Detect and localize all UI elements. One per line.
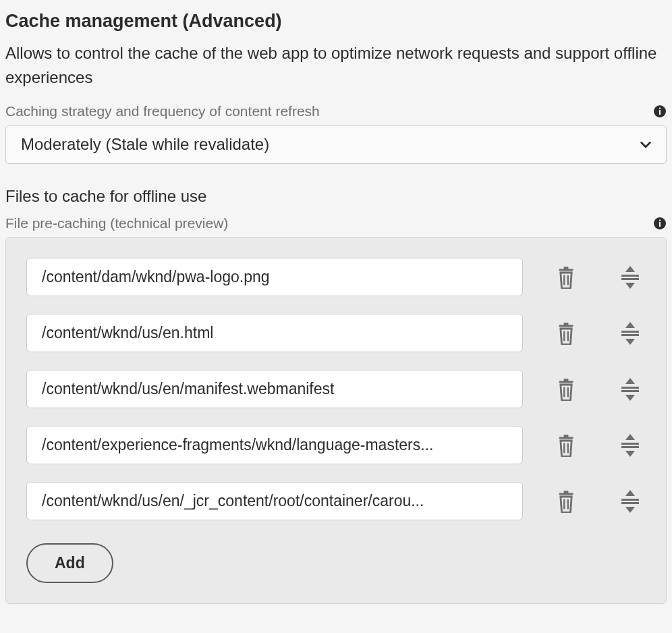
svg-rect-8 — [563, 275, 565, 285]
svg-rect-7 — [564, 267, 569, 269]
svg-marker-10 — [625, 266, 635, 272]
svg-marker-37 — [625, 451, 635, 457]
row-actions — [557, 378, 646, 401]
svg-rect-31 — [564, 435, 569, 437]
files-section-title: Files to cache for offline use — [5, 187, 667, 206]
row-actions — [557, 434, 646, 457]
svg-rect-2 — [659, 108, 661, 109]
svg-rect-44 — [621, 502, 639, 504]
delete-button[interactable] — [557, 378, 576, 401]
reorder-button[interactable] — [620, 322, 640, 345]
delete-button[interactable] — [557, 490, 576, 513]
svg-rect-41 — [567, 499, 569, 509]
svg-rect-35 — [621, 443, 639, 445]
row-actions — [557, 266, 646, 289]
svg-rect-32 — [563, 443, 565, 453]
delete-button[interactable] — [557, 434, 576, 457]
svg-marker-45 — [625, 507, 635, 513]
svg-rect-33 — [567, 443, 569, 453]
strategy-label: Caching strategy and frequency of conten… — [5, 103, 320, 119]
svg-rect-39 — [564, 491, 569, 493]
svg-rect-5 — [659, 220, 661, 221]
strategy-select-wrap: Moderately (Stale while revalidate) — [5, 125, 667, 164]
svg-rect-9 — [567, 275, 569, 285]
path-input[interactable] — [26, 482, 523, 520]
list-item — [26, 258, 646, 296]
svg-rect-27 — [621, 387, 639, 389]
reorder-icon — [620, 378, 640, 401]
precache-list-panel: Add — [5, 237, 667, 604]
delete-button[interactable] — [557, 266, 576, 289]
strategy-label-row: Caching strategy and frequency of conten… — [5, 103, 667, 119]
precache-label: File pre-caching (technical preview) — [5, 215, 228, 231]
reorder-button[interactable] — [620, 490, 640, 513]
svg-rect-36 — [621, 446, 639, 448]
section-title: Cache management (Advanced) — [5, 11, 667, 32]
svg-rect-16 — [563, 331, 565, 341]
svg-rect-40 — [563, 499, 565, 509]
reorder-button[interactable] — [620, 266, 640, 289]
svg-marker-26 — [625, 378, 635, 384]
svg-rect-19 — [621, 331, 639, 333]
precache-label-row: File pre-caching (technical preview) — [5, 215, 667, 231]
svg-rect-12 — [621, 278, 639, 280]
svg-rect-11 — [621, 275, 639, 277]
trash-icon — [557, 378, 576, 401]
trash-icon — [557, 322, 576, 345]
svg-marker-18 — [625, 322, 635, 328]
reorder-icon — [620, 490, 640, 513]
list-item — [26, 482, 646, 520]
row-actions — [557, 322, 646, 345]
reorder-icon — [620, 322, 640, 345]
path-input[interactable] — [26, 314, 523, 352]
reorder-button[interactable] — [620, 434, 640, 457]
delete-button[interactable] — [557, 322, 576, 345]
svg-marker-29 — [625, 395, 635, 401]
svg-marker-21 — [625, 339, 635, 345]
svg-rect-20 — [621, 334, 639, 336]
svg-rect-4 — [659, 222, 661, 227]
svg-rect-24 — [563, 387, 565, 397]
svg-rect-17 — [567, 331, 569, 341]
path-input[interactable] — [26, 426, 523, 464]
trash-icon — [557, 266, 576, 289]
list-item — [26, 370, 646, 408]
row-actions — [557, 490, 646, 513]
svg-rect-1 — [659, 110, 661, 115]
list-item — [26, 426, 646, 464]
svg-marker-42 — [625, 490, 635, 496]
svg-rect-15 — [564, 323, 569, 325]
reorder-button[interactable] — [620, 378, 640, 401]
svg-rect-28 — [621, 390, 639, 392]
svg-marker-34 — [625, 434, 635, 440]
section-description: Allows to control the cache of the web a… — [5, 41, 667, 90]
reorder-icon — [620, 266, 640, 289]
svg-rect-43 — [621, 499, 639, 501]
path-input[interactable] — [26, 258, 523, 296]
path-input[interactable] — [26, 370, 523, 408]
strategy-select[interactable]: Moderately (Stale while revalidate) — [5, 125, 667, 164]
cache-management-section: Cache management (Advanced) Allows to co… — [0, 0, 672, 624]
list-item — [26, 314, 646, 352]
info-icon[interactable] — [653, 105, 667, 118]
info-icon[interactable] — [653, 217, 667, 230]
svg-rect-23 — [564, 379, 569, 381]
trash-icon — [557, 490, 576, 513]
add-button[interactable]: Add — [26, 543, 113, 583]
trash-icon — [557, 434, 576, 457]
svg-rect-25 — [567, 387, 569, 397]
reorder-icon — [620, 434, 640, 457]
svg-marker-13 — [625, 283, 635, 289]
